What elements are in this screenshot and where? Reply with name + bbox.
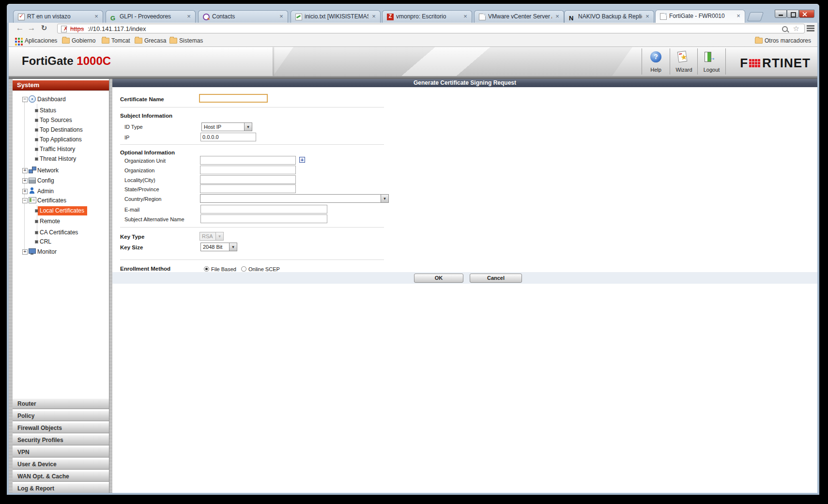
sidebar-item-top-applications[interactable]: Top Applications <box>13 135 109 144</box>
wizard-button[interactable]: Wizard <box>670 48 698 75</box>
tab-close-icon[interactable] <box>554 13 561 20</box>
sidebar-item-crl[interactable]: CRL <box>13 237 109 246</box>
tab-rt[interactable]: RT en un vistazo <box>13 10 103 23</box>
sidebar-item-status[interactable]: Status <box>13 106 109 115</box>
sidebar-item-network[interactable]: Network <box>13 166 109 175</box>
tab-close-icon[interactable] <box>278 13 285 20</box>
sidebar-item-local-certificates[interactable]: Local Certificates <box>13 206 109 215</box>
sidebar-menu-policy[interactable]: Policy <box>13 411 109 421</box>
reload-button[interactable] <box>39 23 49 33</box>
organization-input[interactable] <box>200 166 296 174</box>
fortinet-dot-grid-icon <box>749 59 751 61</box>
file-based-radio[interactable] <box>204 266 209 272</box>
tab-close-icon[interactable] <box>185 13 192 20</box>
expand-icon[interactable] <box>22 189 28 194</box>
sidebar-menu-wan-opt[interactable]: WAN Opt. & Cache <box>13 471 109 482</box>
sidebar-menu-vpn[interactable]: VPN <box>13 447 109 458</box>
bookmark-folder-gobierno[interactable]: Gobierno <box>62 36 95 45</box>
network-icon <box>29 167 36 173</box>
tab-title: NAKIVO Backup & Replic <box>578 13 642 20</box>
minimize-button[interactable] <box>775 10 787 18</box>
online-scep-option[interactable]: Online SCEP <box>248 266 280 272</box>
tab-vcenter[interactable]: VMware vCenter Server Ap <box>474 10 564 23</box>
state-province-input[interactable] <box>200 184 296 193</box>
maximize-icon <box>791 12 796 17</box>
sidebar-menu-log-report[interactable]: Log & Report <box>13 483 109 494</box>
bookmark-folder-grecasa[interactable]: Grecasa <box>135 36 166 45</box>
sidebar-menu-firewall-objects[interactable]: Firewall Objects <box>13 423 109 433</box>
bookmarks-bar: Aplicaciones Gobierno Tomcat Grecasa Sis… <box>9 34 817 47</box>
email-input[interactable] <box>200 205 327 214</box>
sidebar-item-admin[interactable]: Admin <box>13 187 109 196</box>
sidebar-item-config[interactable]: Config <box>13 176 109 185</box>
tab-fortigate-active[interactable]: FortiGate - FWR0010 <box>655 10 745 23</box>
back-button[interactable] <box>15 23 25 33</box>
expand-icon[interactable] <box>22 178 28 183</box>
chevron-down-icon[interactable] <box>381 195 388 202</box>
sidebar-section-system[interactable]: System <box>13 80 109 91</box>
country-region-select[interactable] <box>200 194 389 203</box>
sidebar-menu-security-profiles[interactable]: Security Profiles <box>13 435 109 445</box>
new-tab-button[interactable] <box>747 12 764 21</box>
chevron-down-icon[interactable] <box>229 243 237 251</box>
chevron-down-icon <box>215 232 223 240</box>
sidebar-item-certificates[interactable]: Certificates <box>13 196 109 205</box>
locality-input[interactable] <box>200 175 296 184</box>
ip-input[interactable] <box>200 133 256 141</box>
sidebar-item-top-sources[interactable]: Top Sources <box>13 116 109 124</box>
subject-alt-name-label: Subject Alternative Name <box>124 216 184 222</box>
tab-close-icon[interactable] <box>462 13 469 20</box>
expand-icon[interactable] <box>22 168 28 173</box>
id-type-select[interactable]: Host IP <box>201 122 252 131</box>
organization-unit-input[interactable] <box>200 156 296 165</box>
tab-close-icon[interactable] <box>370 13 377 20</box>
tab-glpi[interactable]: GLPI - Proveedores <box>106 10 196 23</box>
forward-button[interactable] <box>26 23 37 33</box>
tab-nakivo[interactable]: NAKIVO Backup & Replic <box>564 10 654 23</box>
collapse-icon[interactable] <box>22 97 28 102</box>
page-favicon-icon <box>479 14 486 20</box>
bookmark-folder-tomcat[interactable]: Tomcat <box>102 36 130 45</box>
tab-vmonpro[interactable]: vmonpro: Escritorio <box>382 10 472 23</box>
sidebar-item-dashboard[interactable]: Dashboard <box>13 95 109 104</box>
file-based-option[interactable]: File Based <box>211 266 236 272</box>
logout-button[interactable]: Logout <box>697 48 726 75</box>
chrome-menu-icon[interactable] <box>807 25 814 32</box>
tab-close-icon[interactable] <box>93 13 100 20</box>
bookmark-folder-sistemas[interactable]: Sistemas <box>169 36 203 45</box>
sidebar-menu-router[interactable]: Router <box>13 398 109 409</box>
cancel-button[interactable]: Cancel <box>470 274 522 283</box>
collapse-icon[interactable] <box>22 198 28 203</box>
maximize-button[interactable] <box>787 10 799 18</box>
tab-close-icon[interactable] <box>735 13 742 19</box>
sidebar-item-traffic-history[interactable]: Traffic History <box>13 145 109 153</box>
sidebar-item-monitor[interactable]: Monitor <box>13 247 109 256</box>
subject-alt-name-input[interactable] <box>200 214 327 223</box>
address-bar[interactable]: https ://10.141.117.1/index <box>57 24 805 33</box>
chevron-down-icon[interactable] <box>244 123 252 131</box>
tab-title: vmonpro: Escritorio <box>396 13 460 20</box>
sidebar-item-ca-certificates[interactable]: CA Certificates <box>13 228 109 237</box>
other-bookmarks[interactable]: Otros marcadores <box>755 36 811 45</box>
ok-button[interactable]: OK <box>414 274 463 283</box>
online-scep-radio[interactable] <box>241 266 246 272</box>
tab-wiki[interactable]: inicio.txt [WIKISISTEMAS] <box>291 10 381 23</box>
button-strip <box>112 272 817 284</box>
tab-contacts[interactable]: Contacts <box>198 10 288 23</box>
sidebar-item-remote[interactable]: Remote <box>13 217 109 226</box>
zoom-search-icon[interactable] <box>782 26 788 32</box>
bookmark-star-icon[interactable] <box>793 24 799 33</box>
close-window-button[interactable] <box>799 10 814 18</box>
tab-close-icon[interactable] <box>644 13 651 20</box>
sidebar-item-threat-history[interactable]: Threat History <box>13 154 109 163</box>
help-button[interactable]: Help <box>642 48 670 75</box>
sidebar-menu-user-device[interactable]: User & Device <box>13 459 109 470</box>
expand-icon[interactable] <box>22 249 28 255</box>
admin-icon <box>29 187 36 194</box>
bookmark-apps[interactable]: Aplicaciones <box>15 36 57 45</box>
main-content: Generate Certificate Signing Request Cer… <box>112 79 817 495</box>
certificate-name-input[interactable] <box>199 94 268 103</box>
sidebar-item-top-destinations[interactable]: Top Destinations <box>13 125 109 134</box>
key-size-select[interactable]: 2048 Bit <box>200 243 237 251</box>
add-organization-unit-button[interactable] <box>299 157 305 163</box>
